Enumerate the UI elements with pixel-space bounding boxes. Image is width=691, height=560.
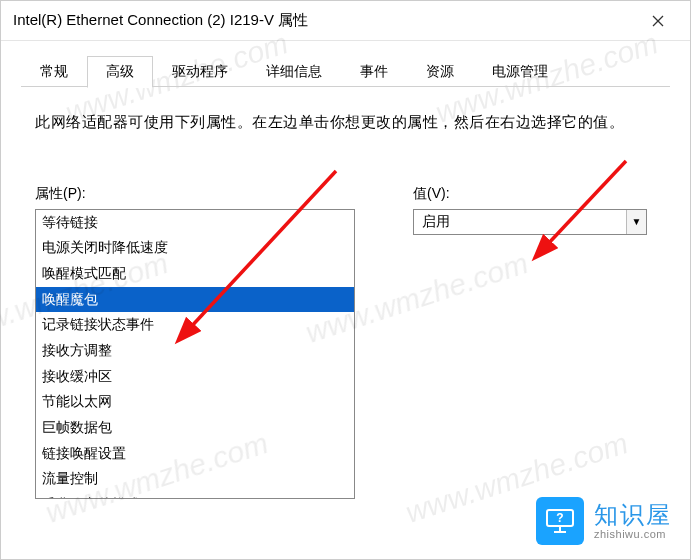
- chevron-down-icon[interactable]: ▼: [626, 210, 646, 234]
- list-item[interactable]: 流量控制: [36, 466, 354, 492]
- brand-url: zhishiwu.com: [594, 528, 672, 540]
- list-item[interactable]: 唤醒模式匹配: [36, 261, 354, 287]
- list-item[interactable]: 节能以太网: [36, 389, 354, 415]
- brand-logo: ? 知识屋 zhishiwu.com: [536, 497, 672, 545]
- titlebar: Intel(R) Ethernet Connection (2) I219-V …: [1, 1, 690, 41]
- tab-advanced[interactable]: 高级: [87, 56, 153, 88]
- brand-name: 知识屋: [594, 502, 672, 528]
- tabstrip: 常规 高级 驱动程序 详细信息 事件 资源 电源管理: [1, 41, 690, 87]
- window-title: Intel(R) Ethernet Connection (2) I219-V …: [13, 11, 638, 30]
- list-item[interactable]: 链接唤醒设置: [36, 441, 354, 467]
- advanced-panel: 此网络适配器可使用下列属性。在左边单击你想更改的属性，然后在右边选择它的值。 属…: [1, 87, 690, 499]
- tab-events[interactable]: 事件: [341, 56, 407, 88]
- tab-power[interactable]: 电源管理: [473, 56, 567, 88]
- list-item[interactable]: 接收缓冲区: [36, 364, 354, 390]
- svg-text:?: ?: [556, 511, 563, 525]
- close-icon: [652, 15, 664, 27]
- value-label: 值(V):: [413, 185, 656, 203]
- tab-resources[interactable]: 资源: [407, 56, 473, 88]
- list-item[interactable]: 巨帧数据包: [36, 415, 354, 441]
- property-label: 属性(P):: [35, 185, 355, 203]
- tab-driver[interactable]: 驱动程序: [153, 56, 247, 88]
- properties-dialog: Intel(R) Ethernet Connection (2) I219-V …: [0, 0, 691, 560]
- list-item[interactable]: 电源关闭时降低速度: [36, 235, 354, 261]
- monitor-icon: ?: [536, 497, 584, 545]
- property-listbox[interactable]: 等待链接 电源关闭时降低速度 唤醒模式匹配 唤醒魔包 记录链接状态事件 接收方调…: [35, 209, 355, 499]
- tab-general[interactable]: 常规: [21, 56, 87, 88]
- close-button[interactable]: [638, 1, 678, 41]
- panel-description: 此网络适配器可使用下列属性。在左边单击你想更改的属性，然后在右边选择它的值。: [35, 109, 656, 137]
- list-item[interactable]: 等待链接: [36, 210, 354, 236]
- list-item[interactable]: 记录链接状态事件: [36, 312, 354, 338]
- list-item[interactable]: 唤醒魔包: [36, 287, 354, 313]
- value-combobox[interactable]: 启用 ▼: [413, 209, 647, 235]
- value-current: 启用: [414, 213, 626, 231]
- list-item[interactable]: 接收方调整: [36, 338, 354, 364]
- tab-details[interactable]: 详细信息: [247, 56, 341, 88]
- list-item[interactable]: 千兆位主从模式: [36, 492, 354, 498]
